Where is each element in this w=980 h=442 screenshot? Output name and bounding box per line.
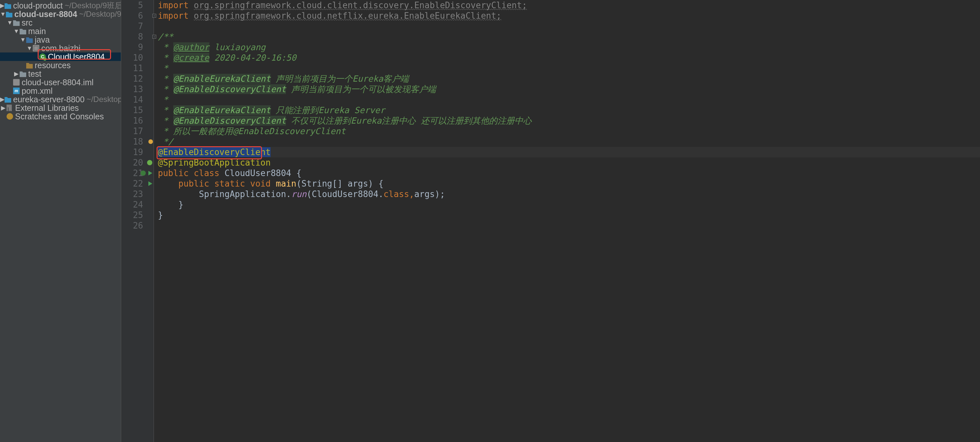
gutter-line[interactable]: 13 — [121, 84, 154, 94]
code-line[interactable]: * @author luxiaoyang — [158, 42, 980, 53]
tree-label: cloud-user-8804.iml — [22, 78, 94, 87]
javadoc-tag: @EnableDiscoveryClient — [173, 116, 286, 126]
code-line[interactable]: SpringApplication.run(CloudUser8804.clas… — [158, 189, 980, 199]
chevron-down-icon: ▼ — [20, 37, 26, 43]
project-tree[interactable]: ▶ cloud-product ~/Desktop/9班后期项目/ ▼ clou… — [0, 0, 121, 442]
package-icon — [33, 45, 39, 51]
gutter-line[interactable]: 8- — [121, 32, 154, 42]
tree-item-iml[interactable]: ▶ cloud-user-8804.iml — [0, 78, 121, 86]
code-line[interactable]: /** — [158, 32, 980, 42]
iml-file-icon — [13, 79, 20, 86]
spring-bean-icon[interactable] — [140, 171, 146, 176]
gutter-line[interactable]: 10 — [121, 53, 154, 63]
gutter-line[interactable]: 12 — [121, 73, 154, 84]
chevron-down-icon: ▼ — [6, 20, 13, 26]
run-icon[interactable] — [148, 181, 152, 186]
code-area[interactable]: import org.springframework.cloud.client.… — [154, 0, 980, 442]
method-name: main — [276, 179, 296, 188]
folder-icon — [20, 70, 26, 77]
run-icon[interactable] — [148, 171, 152, 176]
keyword: import — [158, 11, 189, 21]
code-line[interactable]: * @EnableDiscoveryClient 声明当前项目为一个可以被发现客… — [158, 84, 980, 94]
line-number: 19 — [133, 147, 143, 157]
maven-icon — [13, 88, 20, 94]
code-line[interactable]: import org.springframework.cloud.netflix… — [158, 11, 980, 21]
gutter-line[interactable]: 14 — [121, 94, 154, 105]
tree-item-cloud-user[interactable]: ▼ cloud-user-8804 ~/Desktop/9班后期项 — [0, 10, 121, 18]
gutter-line[interactable]: 25 — [121, 210, 154, 220]
line-number: 25 — [133, 210, 143, 220]
tree-item-scratches[interactable]: ▶ Scratches and Consoles — [0, 112, 121, 121]
library-icon — [6, 105, 13, 111]
tree-item-main[interactable]: ▼ main — [0, 27, 121, 35]
tree-item-resources[interactable]: ▶ resources — [0, 61, 121, 70]
tree-item-eureka[interactable]: ▶ eureka-server-8800 ~/Desktop/9班后期 — [0, 95, 121, 104]
gutter-line[interactable]: 15 — [121, 105, 154, 115]
code-line[interactable] — [158, 21, 980, 32]
line-number: 14 — [133, 95, 143, 105]
code-line[interactable]: import org.springframework.cloud.client.… — [158, 0, 980, 11]
gutter-line[interactable]: 5 — [121, 0, 154, 11]
tree-item-external-libraries[interactable]: ▶ External Libraries — [0, 104, 121, 112]
gutter-line[interactable]: 20 — [121, 157, 154, 168]
code-line[interactable]: @SpringBootApplication — [158, 157, 980, 168]
tree-item-java[interactable]: ▼ java — [0, 35, 121, 44]
gutter-line[interactable]: 9 — [121, 42, 154, 53]
annotation: @SpringBootApplication — [158, 158, 270, 168]
gutter-line[interactable]: 6- — [121, 11, 154, 21]
code-line[interactable]: * 所以一般都使用@EnableDiscoveryClient — [158, 126, 980, 136]
chevron-right-icon: ▶ — [0, 105, 6, 111]
code-line[interactable] — [158, 220, 980, 231]
gutter-line[interactable]: 26 — [121, 220, 154, 231]
code-line[interactable]: * @EnableEurekaClient 只能注册到Eureka Server — [158, 105, 980, 115]
line-number: 26 — [133, 221, 143, 230]
code-line[interactable]: * — [158, 94, 980, 105]
line-number: 15 — [133, 105, 143, 115]
gutter-line[interactable]: 17 — [121, 126, 154, 136]
gutter-line[interactable]: 24 — [121, 199, 154, 210]
import-path: org.springframework.cloud.netflix.eureka… — [194, 11, 501, 21]
line-number: 18 — [133, 137, 143, 147]
tree-label: External Libraries — [15, 103, 79, 113]
line-number: 16 — [133, 116, 143, 126]
code-line[interactable]: * @EnableDiscoveryClient 不仅可以注册到Eureka注册… — [158, 115, 980, 126]
tree-item-test[interactable]: ▶ test — [0, 70, 121, 78]
code-line[interactable]: * @EnableEurekaClient 声明当前项目为一个Eureka客户端 — [158, 73, 980, 84]
code-editor[interactable]: 5 6- 7 8- 9 10 11 12 13 14 15 16 17 18 1… — [121, 0, 980, 442]
gutter-line[interactable]: 11 — [121, 63, 154, 73]
chevron-down-icon: ▼ — [0, 11, 6, 17]
code-line[interactable]: * @create 2020-04-20-16:50 — [158, 53, 980, 63]
spring-bean-icon[interactable] — [147, 160, 152, 165]
chevron-right-icon: ▶ — [0, 96, 5, 102]
line-number: 23 — [133, 189, 143, 199]
module-icon — [6, 11, 13, 18]
gutter-line[interactable]: 22 — [121, 179, 154, 189]
gutter-line[interactable]: 21 — [121, 168, 154, 179]
line-number: 13 — [133, 84, 143, 94]
intention-bulb-icon[interactable] — [148, 139, 153, 144]
javadoc-tag: @EnableEurekaClient — [173, 105, 270, 115]
gutter-line[interactable]: 23 — [121, 189, 154, 199]
code-line[interactable]: } — [158, 210, 980, 220]
line-number: 5 — [138, 0, 143, 10]
tree-label: CloudUser8804 — [48, 52, 105, 62]
line-number: 12 — [133, 74, 143, 84]
gutter-line[interactable]: 18 — [121, 136, 154, 147]
gutter-line[interactable]: 19 — [121, 147, 154, 157]
javadoc-tag: @author — [173, 42, 209, 52]
tree-item-clouduser-class[interactable]: ▶ CloudUser8804 — [0, 53, 121, 61]
code-line[interactable]: */ — [158, 136, 980, 147]
code-line[interactable]: @EnableDiscoveryClient — [158, 147, 980, 157]
code-line[interactable]: public static void main(String[] args) { — [158, 179, 980, 189]
code-line[interactable]: public class CloudUser8804 { — [158, 168, 980, 179]
tree-item-package[interactable]: ▼ com.baizhi — [0, 44, 121, 53]
gutter[interactable]: 5 6- 7 8- 9 10 11 12 13 14 15 16 17 18 1… — [121, 0, 154, 442]
gutter-line[interactable]: 7 — [121, 21, 154, 32]
tree-item-src[interactable]: ▼ src — [0, 18, 121, 27]
class-name: CloudUser8804 — [225, 168, 291, 178]
code-line[interactable]: } — [158, 199, 980, 210]
tree-label: eureka-server-8800 — [13, 95, 84, 104]
gutter-line[interactable]: 16 — [121, 115, 154, 126]
code-line[interactable]: * — [158, 63, 980, 73]
tree-label: java — [35, 35, 50, 45]
